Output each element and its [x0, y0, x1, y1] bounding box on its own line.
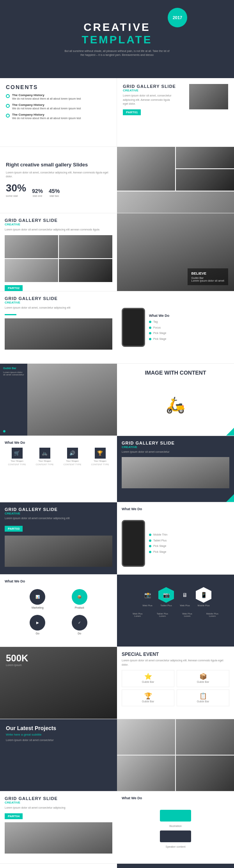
- gallery-sub: CREATIVE: [123, 89, 176, 92]
- event-card-3: 🏆 Gubbi Bar: [122, 689, 174, 707]
- slide-icons-gallery: What We Do 🛒 Your Slogan CONTENT TYPE 🚲 …: [0, 436, 234, 502]
- node-1: 📊 Marketing: [20, 589, 56, 609]
- slide10-left: 500K Lorem ipsum: [0, 647, 117, 719]
- year-badge: 2017: [168, 8, 187, 27]
- slide4-photo-1: [5, 235, 58, 258]
- content-label-4: CONTENT TYPE: [91, 463, 109, 466]
- icon-label-2: Your Slogan: [38, 460, 51, 462]
- slide9-left-title: What We Do: [5, 579, 112, 583]
- gallery-title: GRID GALLERY SLIDE: [123, 84, 176, 89]
- event-card-label-1: Gubbi Bar: [124, 680, 172, 684]
- project-cell-1: [117, 719, 175, 755]
- item-title-1: The Company History: [12, 93, 81, 97]
- slide5-left-text: Lorem ipsum dolor sit amet, consectetur …: [5, 306, 112, 310]
- icon-box-3: 🔊: [67, 448, 78, 459]
- nav-item-2: Focus: [149, 326, 169, 330]
- event-icon-1: ⭐: [124, 673, 172, 680]
- slide7-right-text: Lorem ipsum dolor sit amet consectetur: [122, 450, 229, 453]
- slide5-right: What We Do Tag Focus Pick Stage Pick Sta…: [117, 291, 234, 363]
- icon-label-4: Your Slogan: [94, 460, 106, 462]
- slide4-main-photo: BELIEVE Gubbi BarLorem ipsum dolor sit a…: [117, 213, 234, 291]
- hex-label-2: Tablet Plus: [160, 604, 172, 607]
- nav-dot-2-2: [149, 539, 151, 542]
- event-card-1: ⭐ Gubbi Bar: [122, 670, 174, 687]
- item-text-3: We do not know about them at all about l…: [12, 116, 81, 120]
- slide8-left-text: Lorem ipsum dolor sit amet consectetur a…: [5, 517, 112, 520]
- hex-sub-3: Web PlusLorem: [182, 613, 192, 617]
- scooter-icon: 🛵: [166, 396, 185, 414]
- stat1: 92%: [32, 188, 43, 194]
- hex-sub-4: Mobile PlusLorem: [206, 613, 218, 617]
- hex-row: 📸 Web Plus 📷 Tablet Plus 🖥 Web Plus 📱 Mo…: [122, 587, 229, 607]
- slide8-right: What We Do Mobile Thin Tablet Plus Pick …: [117, 502, 234, 574]
- event-cards: ⭐ Gubbi Bar 📦 Gubbi Bar 🏆 Gubbi Bar 📋 Gu…: [122, 670, 229, 706]
- node-label-2: Product: [62, 606, 98, 609]
- hex-label-3: Web Plus: [180, 604, 190, 607]
- slide9-right: 📸 Web Plus 📷 Tablet Plus 🖥 Web Plus 📱 Mo…: [117, 575, 234, 647]
- icon-label-1: Your Slogan: [11, 460, 23, 462]
- cover-title-line1: CREATIVE: [83, 21, 151, 34]
- hex-2: 📷: [158, 587, 174, 603]
- node-circle-1: 📊: [30, 589, 45, 605]
- slide-gallery-phone: GRID GALLERY SLIDE CREATIVE Lorem ipsum …: [0, 291, 234, 363]
- phone-image: [122, 308, 145, 347]
- slide7-left: What We Do 🛒 Your Slogan CONTENT TYPE 🚲 …: [0, 436, 117, 502]
- slide5-left: GRID GALLERY SLIDE CREATIVE Lorem ipsum …: [0, 291, 117, 363]
- slide8-left: GRID GALLERY SLIDE CREATIVE Lorem ipsum …: [0, 502, 117, 574]
- nav-label-2: Focus: [153, 326, 161, 330]
- slide-cover: 2017 CREATIVE TEMPLATE But all sunshine …: [0, 0, 234, 78]
- node-3: ▶ Go: [20, 615, 56, 635]
- contents-item-1: The Company History We do not know about…: [6, 93, 111, 101]
- slide4-photogrid: [5, 235, 112, 282]
- stat-sub: Lorem ipsum: [6, 664, 28, 666]
- mindmap-area: 📊 Marketing 📦 Product ▶ Go: [5, 586, 112, 637]
- event-card-label-2: Gubbi Bar: [179, 680, 227, 684]
- big-stat-label: 500K: [6, 653, 28, 664]
- hex-sublabels: Web PlusLorem Tablet PlusLorem Web PlusL…: [126, 613, 225, 617]
- slide4-photo-2: [59, 235, 112, 258]
- bullet-2: [6, 104, 10, 108]
- slide-mindmap: What We Do 📊 Marketing 📦 Product: [0, 574, 234, 647]
- project-cell-3: [117, 755, 175, 791]
- hex-4: 📱: [196, 587, 211, 603]
- node-4: ✓ Do: [62, 615, 98, 635]
- slide13-right: TOP PICTURE Lorem ipsum dolor sit amet c…: [117, 864, 234, 868]
- nav-list-2: Mobile Thin Tablet Plus Pick Stage Pick …: [149, 533, 167, 554]
- slide3-right: [117, 147, 234, 213]
- nav-item-2-2: Tablet Plus: [149, 539, 167, 543]
- photo-grid: [117, 147, 234, 213]
- nav-item-2-4: Pick Stage: [149, 550, 167, 554]
- scooter-area: 🛵: [166, 380, 185, 430]
- slide12-left-text: Lorem ipsum dolor sit amet consectetur a…: [5, 806, 112, 810]
- icon-label-3: Your Slogan: [66, 460, 78, 462]
- icon-box-2: 🚲: [39, 448, 50, 459]
- event-icon-2: 📦: [179, 673, 227, 680]
- slide4-sub: CREATIVE: [5, 223, 112, 226]
- projects-text: Lorem ipsum dolor sit amet consectetur: [6, 739, 111, 741]
- event-icon-4: 📋: [179, 692, 227, 700]
- nav-item-1: Tag: [149, 320, 169, 324]
- content-label-1: CONTENT TYPE: [8, 463, 26, 466]
- slide4-photo-3: [5, 259, 58, 282]
- slide-latest-projects: Our Latest Projects Write here a great s…: [0, 719, 234, 791]
- bullet-3: [6, 114, 10, 118]
- slide4-right: BELIEVE Gubbi BarLorem ipsum dolor sit a…: [117, 213, 234, 291]
- slide4-badge: PART02: [5, 285, 23, 291]
- content-label-2: CONTENT TYPE: [35, 463, 53, 466]
- projects-title: Our Latest Projects: [6, 725, 111, 731]
- slide12-left: GRID GALLERY SLIDE CREATIVE Lorem ipsum …: [0, 791, 117, 863]
- slide-gallery-small: Right creative small gallery Slides Lore…: [0, 146, 234, 213]
- item-text-2: We do not know about them at all about l…: [12, 107, 81, 111]
- hex-sub-1: Web PlusLorem: [133, 613, 143, 617]
- big-stat-label: some stat: [6, 194, 26, 198]
- node-label-4: Do: [62, 632, 98, 635]
- icon-grid: 🛒 Your Slogan CONTENT TYPE 🚲 Your Slogan…: [5, 448, 112, 466]
- slide12-item-2: Speaker content: [166, 845, 186, 848]
- stat2-label: stat two: [49, 194, 60, 198]
- slide13-left: LIGHT NAME ⤡ 🎥 ◀ ▶ LIGHT NAME LIGHT NAME…: [0, 864, 117, 868]
- event-card-label-4: Gubbi Bar: [179, 700, 227, 704]
- icon-item-3: 🔊 Your Slogan CONTENT TYPE: [60, 448, 85, 466]
- project-cell-2: [176, 719, 234, 755]
- corner-teal: [226, 494, 234, 502]
- event-card-2: 📦 Gubbi Bar: [177, 670, 229, 687]
